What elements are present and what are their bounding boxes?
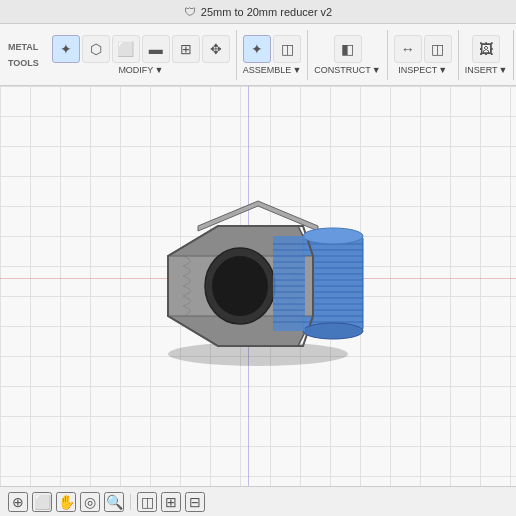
insert-label[interactable]: INSERT ▼ [465,65,508,75]
inspect-buttons: ↔ ◫ [394,35,452,63]
construct-label[interactable]: CONSTRUCT ▼ [314,65,380,75]
modify-btn-4[interactable]: ▬ [142,35,170,63]
modify-dropdown-arrow: ▼ [154,65,163,75]
divider-5 [513,30,514,80]
status-bar: ⊕ ⬜ ✋ ◎ 🔍 ◫ ⊞ ⊟ [0,486,516,516]
modify-btn-3[interactable]: ⬜ [112,35,140,63]
assemble-btn-2[interactable]: ◫ [273,35,301,63]
insert-dropdown-arrow: ▼ [499,65,508,75]
viewport[interactable] [0,86,516,486]
modify-btn-5[interactable]: ⊞ [172,35,200,63]
status-divider-1 [130,494,131,510]
divider-3 [387,30,388,80]
svg-point-23 [303,323,363,339]
inspect-dropdown-arrow: ▼ [438,65,447,75]
modify-btn-2[interactable]: ⬡ [82,35,110,63]
pan-icon[interactable]: ✋ [56,492,76,512]
metal-label[interactable]: METAL [4,40,43,54]
construct-group: ◧ CONSTRUCT ▼ [311,33,383,77]
toolbar: METAL TOOLS ✦ ⬡ ⬜ ▬ ⊞ ✥ MODIFY ▼ ✦ ◫ [0,24,516,86]
assemble-btn-1[interactable]: ✦ [243,35,271,63]
model-container [118,176,398,376]
settings-icon[interactable]: ⊟ [185,492,205,512]
insert-btn-1[interactable]: 🖼 [472,35,500,63]
svg-point-22 [303,228,363,244]
modify-label[interactable]: MODIFY ▼ [118,65,163,75]
svg-point-21 [212,256,268,316]
inspect-btn-2[interactable]: ◫ [424,35,452,63]
modify-btn-1[interactable]: ✦ [52,35,80,63]
box-icon[interactable]: ⬜ [32,492,52,512]
toolbar-groups: ✦ ⬡ ⬜ ▬ ⊞ ✥ MODIFY ▼ ✦ ◫ ASSEMBLE ▼ [49,24,516,85]
construct-buttons: ◧ [334,35,362,63]
modify-group: ✦ ⬡ ⬜ ▬ ⊞ ✥ MODIFY ▼ [49,33,233,77]
title-text: 25mm to 20mm reducer v2 [201,6,332,18]
toolbar-left-labels: METAL TOOLS [4,40,47,70]
insert-group: 🖼 INSERT ▼ [462,33,511,77]
tools-label[interactable]: TOOLS [4,56,43,70]
origin-icon[interactable]: ⊕ [8,492,28,512]
inspect-group: ↔ ◫ INSPECT ▼ [391,33,455,77]
assemble-group: ✦ ◫ ASSEMBLE ▼ [240,33,304,77]
construct-dropdown-arrow: ▼ [372,65,381,75]
assemble-buttons: ✦ ◫ [243,35,301,63]
shield-icon: 🛡 [184,5,196,19]
modify-btn-move[interactable]: ✥ [202,35,230,63]
grid-icon[interactable]: ⊞ [161,492,181,512]
assemble-dropdown-arrow: ▼ [292,65,301,75]
divider-2 [307,30,308,80]
insert-buttons: 🖼 [472,35,500,63]
assemble-label[interactable]: ASSEMBLE ▼ [243,65,301,75]
display-mode-icon[interactable]: ◫ [137,492,157,512]
title-bar: 🛡 25mm to 20mm reducer v2 [0,0,516,24]
divider-1 [236,30,237,80]
zoom-icon[interactable]: 🔍 [104,492,124,512]
model-svg [118,176,398,376]
divider-4 [458,30,459,80]
inspect-btn-1[interactable]: ↔ [394,35,422,63]
construct-btn-1[interactable]: ◧ [334,35,362,63]
inspect-label[interactable]: INSPECT ▼ [398,65,447,75]
camera-icon[interactable]: ◎ [80,492,100,512]
modify-buttons: ✦ ⬡ ⬜ ▬ ⊞ ✥ [52,35,230,63]
